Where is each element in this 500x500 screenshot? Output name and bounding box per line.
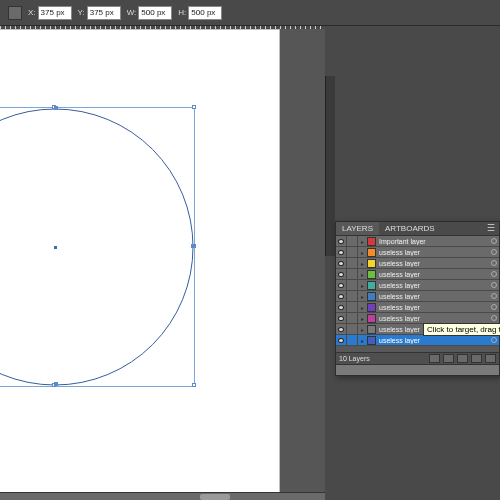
disclosure-icon[interactable]: ▸	[358, 326, 366, 333]
canvas-area[interactable]	[0, 29, 325, 492]
h-input[interactable]: 500 px	[188, 6, 222, 20]
target-button[interactable]	[489, 282, 499, 288]
disclosure-icon[interactable]: ▸	[358, 293, 366, 300]
target-button[interactable]	[489, 293, 499, 299]
lock-toggle[interactable]	[347, 258, 358, 269]
disclosure-icon[interactable]: ▸	[358, 249, 366, 256]
layer-color-swatch[interactable]	[367, 292, 376, 301]
panel-footer: 10 Layers	[336, 352, 499, 364]
layers-panel: LAYERS ARTBOARDS ☰ ▸Important layer▸usel…	[335, 221, 500, 376]
resize-handle[interactable]	[192, 383, 196, 387]
lock-toggle[interactable]	[347, 280, 358, 291]
target-button[interactable]	[489, 337, 499, 343]
visibility-toggle[interactable]	[336, 247, 347, 258]
lock-toggle[interactable]	[347, 247, 358, 258]
layer-color-swatch[interactable]	[367, 325, 376, 334]
layer-name-label[interactable]: useless layer	[377, 271, 489, 278]
layer-color-swatch[interactable]	[367, 270, 376, 279]
layer-color-swatch[interactable]	[367, 237, 376, 246]
lock-toggle[interactable]	[347, 324, 358, 335]
lock-toggle[interactable]	[347, 291, 358, 302]
disclosure-icon[interactable]: ▸	[358, 315, 366, 322]
visibility-toggle[interactable]	[336, 269, 347, 280]
tab-layers[interactable]: LAYERS	[336, 222, 379, 235]
disclosure-icon[interactable]: ▸	[358, 271, 366, 278]
layer-name-label[interactable]: useless layer	[377, 293, 489, 300]
visibility-toggle[interactable]	[336, 258, 347, 269]
anchor-point[interactable]	[191, 244, 195, 248]
locate-object-button[interactable]	[429, 354, 440, 363]
tab-artboards[interactable]: ARTBOARDS	[379, 222, 441, 235]
panel-menu-icon[interactable]: ☰	[483, 222, 499, 235]
target-icon	[491, 337, 497, 343]
visibility-toggle[interactable]	[336, 324, 347, 335]
layer-name-label[interactable]: Important layer	[377, 238, 489, 245]
lock-toggle[interactable]	[347, 313, 358, 324]
lock-toggle[interactable]	[347, 335, 358, 346]
layer-name-label[interactable]: useless layer	[377, 315, 489, 322]
layer-color-swatch[interactable]	[367, 336, 376, 345]
target-button[interactable]	[489, 315, 499, 321]
disclosure-icon[interactable]: ▸	[358, 337, 366, 344]
x-input[interactable]: 375 px	[38, 6, 72, 20]
layer-row[interactable]: ▸useless layer	[336, 247, 499, 258]
w-input[interactable]: 500 px	[138, 6, 172, 20]
visibility-toggle[interactable]	[336, 236, 347, 247]
target-icon	[491, 260, 497, 266]
eye-icon	[338, 327, 344, 332]
options-bar: X: 375 px Y: 375 px W: 500 px H: 500 px	[0, 0, 500, 26]
layer-row[interactable]: ▸useless layer	[336, 258, 499, 269]
eye-icon	[338, 239, 344, 244]
layer-row[interactable]: ▸useless layer	[336, 291, 499, 302]
new-layer-button[interactable]	[471, 354, 482, 363]
make-clipping-mask-button[interactable]	[443, 354, 454, 363]
layer-name-label[interactable]: useless layer	[377, 260, 489, 267]
lock-toggle[interactable]	[347, 269, 358, 280]
visibility-toggle[interactable]	[336, 335, 347, 346]
eye-icon	[338, 305, 344, 310]
target-button[interactable]	[489, 304, 499, 310]
w-label: W:	[127, 8, 137, 17]
disclosure-icon[interactable]: ▸	[358, 304, 366, 311]
layer-color-swatch[interactable]	[367, 303, 376, 312]
anchor-point[interactable]	[54, 382, 58, 386]
visibility-toggle[interactable]	[336, 313, 347, 324]
dock-strip[interactable]	[325, 76, 335, 256]
scrollbar-thumb[interactable]	[200, 494, 230, 500]
layer-name-label[interactable]: useless layer	[377, 337, 489, 344]
layer-row[interactable]: ▸useless layer	[336, 269, 499, 280]
layer-color-swatch[interactable]	[367, 248, 376, 257]
target-button[interactable]	[489, 249, 499, 255]
anchor-point[interactable]	[54, 106, 58, 110]
layer-row[interactable]: ▸useless layer	[336, 280, 499, 291]
disclosure-icon[interactable]: ▸	[358, 238, 366, 245]
target-button[interactable]	[489, 238, 499, 244]
resize-handle[interactable]	[192, 105, 196, 109]
layer-row[interactable]: ▸useless layer	[336, 302, 499, 313]
lock-toggle[interactable]	[347, 302, 358, 313]
disclosure-icon[interactable]: ▸	[358, 260, 366, 267]
y-input[interactable]: 375 px	[87, 6, 121, 20]
layer-row[interactable]: ▸useless layer	[336, 335, 499, 346]
layer-color-swatch[interactable]	[367, 281, 376, 290]
layer-color-swatch[interactable]	[367, 259, 376, 268]
delete-layer-button[interactable]	[485, 354, 496, 363]
disclosure-icon[interactable]: ▸	[358, 282, 366, 289]
layer-name-label[interactable]: useless layer	[377, 249, 489, 256]
horizontal-scrollbar[interactable]	[0, 492, 325, 500]
layer-color-swatch[interactable]	[367, 314, 376, 323]
y-label: Y:	[78, 8, 85, 17]
target-button[interactable]	[489, 260, 499, 266]
layer-row[interactable]: ▸Important layer	[336, 236, 499, 247]
target-button[interactable]	[489, 271, 499, 277]
y-group: Y: 375 px	[78, 6, 121, 20]
eye-icon	[338, 338, 344, 343]
layer-name-label[interactable]: useless layer	[377, 304, 489, 311]
visibility-toggle[interactable]	[336, 280, 347, 291]
layer-name-label[interactable]: useless layer	[377, 282, 489, 289]
ellipse-path[interactable]	[0, 107, 195, 387]
visibility-toggle[interactable]	[336, 302, 347, 313]
visibility-toggle[interactable]	[336, 291, 347, 302]
lock-toggle[interactable]	[347, 236, 358, 247]
new-sublayer-button[interactable]	[457, 354, 468, 363]
